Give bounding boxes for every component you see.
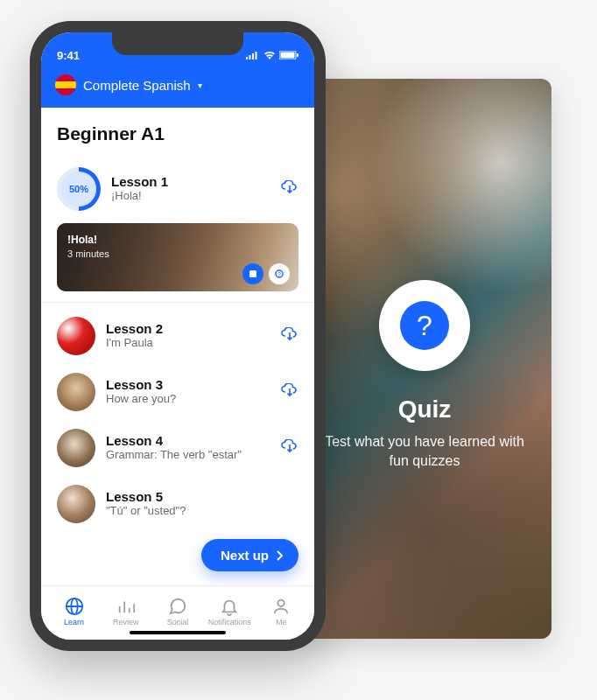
svg-rect-7	[249, 270, 256, 277]
svg-rect-1	[249, 55, 251, 60]
lesson-thumbnail	[57, 485, 95, 523]
tab-label: Social	[167, 618, 189, 626]
svg-rect-6	[297, 53, 298, 57]
lesson-item[interactable]: Lesson 3 How are you?	[57, 364, 298, 420]
tab-social[interactable]: Social	[151, 597, 203, 626]
featured-title: !Hola!	[67, 234, 109, 246]
tab-learn[interactable]: Learn	[48, 597, 100, 626]
progress-ring: 50%	[57, 167, 101, 211]
lesson-thumbnail	[57, 373, 95, 411]
lesson-title: Lesson 5	[106, 489, 298, 504]
course-selector[interactable]: Complete Spanish ▾	[41, 67, 314, 108]
user-icon	[271, 597, 291, 616]
level-title: Beginner A1	[57, 123, 298, 144]
svg-point-13	[278, 599, 284, 606]
progress-percent: 50%	[61, 172, 96, 206]
svg-rect-5	[281, 52, 295, 59]
lesson-item[interactable]: Lesson 4 Grammar: The verb "estar"	[57, 420, 298, 476]
featured-lesson-card[interactable]: !Hola! 3 minutes ?	[57, 223, 298, 291]
quiz-icon-circle: ?	[379, 280, 470, 371]
tab-label: Me	[276, 618, 287, 626]
phone-frame: 9:41 Complete Spanish ▾ Beginner A1 50%	[30, 21, 326, 651]
battery-icon	[279, 51, 298, 60]
chevron-right-icon	[276, 550, 283, 561]
lesson-item[interactable]: Lesson 2 I'm Paula	[57, 308, 298, 364]
tab-label: Notifications	[208, 618, 251, 626]
tab-label: Learn	[64, 618, 84, 626]
tab-me[interactable]: Me	[256, 597, 307, 626]
svg-rect-2	[252, 53, 254, 60]
chart-icon	[116, 597, 136, 616]
lesson-title: Lesson 2	[106, 321, 270, 336]
next-up-label: Next up	[221, 548, 269, 563]
download-icon[interactable]	[281, 439, 298, 457]
lesson-title: Lesson 4	[106, 433, 270, 448]
lesson-item[interactable]: 50% Lesson 1 ¡Hola!	[57, 158, 298, 220]
home-indicator	[130, 631, 226, 634]
download-icon[interactable]	[281, 383, 298, 401]
tab-label: Review	[113, 618, 139, 626]
quiz-subtitle: Test what you have learned with fun quiz…	[315, 432, 534, 470]
svg-rect-3	[256, 52, 257, 60]
divider	[41, 302, 314, 303]
lesson-subtitle: "Tú" or "usted"?	[106, 504, 298, 518]
card-help-icon[interactable]: ?	[269, 263, 290, 284]
status-time: 9:41	[57, 49, 80, 62]
tab-notifications[interactable]: Notifications	[204, 597, 256, 626]
lesson-thumbnail	[57, 429, 95, 467]
svg-rect-0	[246, 57, 248, 60]
question-mark-icon: ?	[400, 301, 449, 350]
chat-icon	[168, 597, 187, 616]
lesson-item[interactable]: Lesson 5 "Tú" or "usted"?	[57, 476, 298, 532]
download-icon[interactable]	[281, 327, 298, 345]
spain-flag-icon	[55, 74, 76, 95]
globe-icon	[65, 597, 84, 616]
next-up-button[interactable]: Next up	[201, 539, 298, 571]
tab-review[interactable]: Review	[100, 597, 151, 626]
download-icon[interactable]	[281, 180, 298, 198]
quiz-title: Quiz	[315, 396, 534, 424]
lesson-subtitle: Grammar: The verb "estar"	[106, 448, 270, 462]
lesson-title: Lesson 3	[106, 377, 270, 392]
lesson-thumbnail	[57, 317, 95, 355]
lesson-title: Lesson 1	[111, 174, 270, 189]
featured-duration: 3 minutes	[67, 248, 109, 259]
bell-icon	[220, 597, 239, 616]
lesson-subtitle: How are you?	[106, 392, 270, 406]
phone-notch	[112, 32, 243, 55]
quiz-promo-card: ? Quiz Test what you have learned with f…	[298, 79, 551, 639]
signal-icon	[246, 51, 260, 60]
lesson-subtitle: ¡Hola!	[111, 189, 270, 203]
card-action-icon[interactable]	[242, 263, 263, 284]
svg-text:?: ?	[277, 271, 281, 277]
wifi-icon	[263, 51, 276, 60]
chevron-down-icon: ▾	[198, 80, 202, 90]
course-name: Complete Spanish	[83, 78, 191, 93]
lesson-subtitle: I'm Paula	[106, 336, 270, 350]
